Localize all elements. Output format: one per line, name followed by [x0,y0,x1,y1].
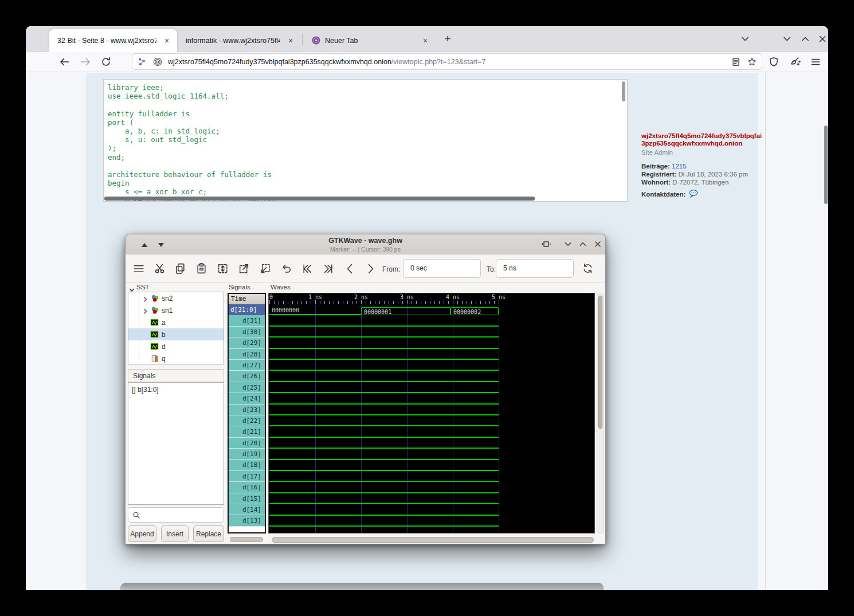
menu-icon[interactable] [132,262,144,274]
step-left-icon[interactable] [344,262,356,274]
waveform-canvas[interactable]: 01 ns2 ns3 ns4 ns5 ns0000000000000001000… [268,293,595,533]
expander-icon[interactable] [142,296,148,301]
to-label: To: [487,265,496,273]
signal-row-bit[interactable]: d[13] [229,515,265,526]
names-horizontal-scrollbar[interactable] [230,537,263,542]
signal-row-bit[interactable]: d[22] [229,415,265,426]
timeline-tick [416,301,417,304]
copy-icon[interactable] [174,262,186,274]
window-close-icon[interactable] [817,33,828,45]
url-bar[interactable]: wj2xtsro75fl4q5mo724fudy375vblpqfai3pzp6… [132,53,762,70]
sst-collapse-chevron-icon[interactable] [129,285,135,291]
broom-icon[interactable] [789,56,801,68]
sst-tree-item-b[interactable]: b [128,328,224,340]
gtkwave-titlebar[interactable]: GTKWave - wave.ghw Marker: -- | Cursor: … [126,234,605,254]
poster-registered: Registriert: Di Jul 18, 2023 6:36 pm [641,171,779,178]
filter-list-item[interactable]: [] b[31:0] [132,386,224,394]
signal-row-bit[interactable]: d[25] [229,382,265,393]
signal-row-bit[interactable]: d[14] [229,504,265,515]
tab-close-icon[interactable]: × [162,37,171,45]
signal-row-bit[interactable]: d[16] [229,482,265,493]
new-tab-button[interactable]: + [441,33,454,45]
signal-row-bit[interactable]: d[19] [229,449,265,460]
signal-row-bit[interactable]: d[26] [229,371,265,382]
waves-vscroll-thumb[interactable] [598,296,602,429]
poster-username[interactable]: wj2xtsro75fl4q5mo724fudy375vblpqfai 3pzp… [641,132,779,147]
tab-close-icon[interactable]: × [286,37,295,45]
fit-window-icon[interactable] [541,239,551,249]
poster-location: Wohnort: D-72072, Tübingen [641,179,779,186]
circuit-icon[interactable] [137,57,147,67]
sst-tree-item-a[interactable]: a [128,316,224,328]
zoom-fit-icon[interactable] [217,262,229,274]
signal-row-bit[interactable]: d[20] [229,438,265,449]
to-end-icon[interactable] [322,262,334,274]
reader-mode-icon[interactable] [731,57,741,67]
signals-filter-list[interactable]: [] b[31:0] [128,382,224,505]
signal-row-bit[interactable]: d[28] [229,349,265,360]
signal-row-bit[interactable]: d[18] [229,460,265,470]
signal-row-bit[interactable]: d[29] [229,338,265,348]
gtkwave-close-icon[interactable] [593,239,603,249]
to-start-icon[interactable] [301,262,314,274]
zoom-out-icon[interactable] [238,262,250,274]
append-button[interactable]: Append [128,525,156,542]
forward-arrow-icon[interactable] [80,56,91,68]
reload-circular-icon[interactable] [582,262,594,274]
insert-button[interactable]: Insert [161,525,189,542]
waves-horizontal-scrollbar[interactable] [272,537,594,543]
posts-count-link[interactable]: 1215 [672,163,687,170]
wave-lane-d[26] [269,372,594,383]
signal-row-bit[interactable]: d[17] [229,471,265,482]
signal-row-bit[interactable]: d[31] [229,315,265,326]
reload-icon[interactable] [100,56,112,68]
to-input[interactable]: 5 ns [496,259,574,278]
signal-row-bus[interactable]: d[31:0] [229,304,265,315]
code-vertical-scrollbar[interactable] [622,81,625,101]
signal-row-bit[interactable]: d[27] [229,360,265,371]
sst-tree[interactable]: sn2sn1abdq [128,292,224,364]
replace-button[interactable]: Replace [193,525,224,542]
speech-bubble-icon[interactable] [688,189,699,199]
signal-row-bit[interactable]: d[21] [229,426,265,437]
window-minimize-icon[interactable] [781,33,793,45]
timeline-tick [320,301,320,304]
timeline-tick [338,301,339,304]
zero-level-line [269,459,499,460]
back-arrow-icon[interactable] [59,56,70,68]
step-right-icon[interactable] [365,262,377,274]
sst-tree-item-sn2[interactable]: sn2 [128,292,224,304]
onion-icon[interactable] [152,57,163,67]
bookmark-star-icon[interactable] [747,57,757,67]
tab-32bit[interactable]: 32 Bit - Seite 8 - www.wj2xtsro7 × [49,29,177,52]
code-block[interactable]: library ieee; use ieee.std_logic_1164.al… [103,79,628,202]
from-input[interactable]: 0 sec [403,259,481,278]
browser-scrollbar-thumb[interactable] [824,125,828,204]
signal-row-bit[interactable]: d[30] [229,327,265,338]
shield-icon[interactable] [768,56,779,68]
hamburger-icon[interactable] [810,56,821,68]
gtkwave-maximize-icon[interactable] [578,239,588,249]
paste-icon[interactable] [195,262,207,274]
signal-row-bit[interactable]: d[15] [229,493,265,504]
waves-vertical-scrollbar[interactable] [597,293,604,533]
window-maximize-icon[interactable] [800,33,811,45]
signal-row-bit[interactable]: d[24] [229,393,265,404]
sst-tree-item-sn1[interactable]: sn1 [128,304,224,316]
tab-neuer-tab[interactable]: Neuer Tab × [304,29,436,52]
cut-icon[interactable] [154,262,166,274]
sst-tree-item-q[interactable]: q [128,352,224,364]
expander-icon[interactable] [142,308,148,313]
signal-search-input[interactable] [128,507,224,523]
tab-overflow-chevron-icon[interactable] [739,33,751,45]
undo-icon[interactable] [280,262,292,274]
sst-tree-item-d[interactable]: d [128,340,224,352]
signal-names-list[interactable]: Time d[31:0] d[31]d[30]d[29]d[28]d[27]d[… [228,293,266,533]
signal-row-bit[interactable]: d[23] [229,405,265,415]
zoom-in-icon[interactable] [259,262,271,274]
code-horizontal-scrollbar[interactable] [104,197,535,201]
tab-informatik[interactable]: informatik - www.wj2xtsro75fl4q × [178,29,301,52]
timeline-tick [494,301,495,304]
tab-close-icon[interactable]: × [421,37,430,45]
gtkwave-minimize-icon[interactable] [563,239,573,249]
